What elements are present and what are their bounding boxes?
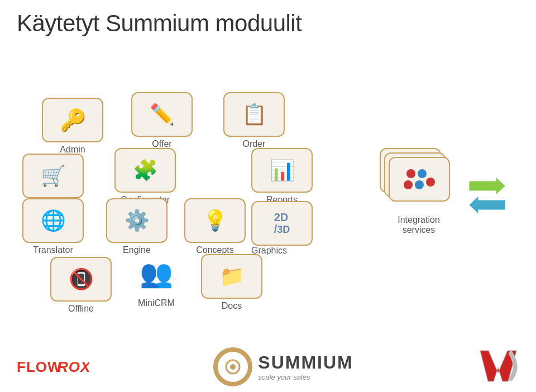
svg-point-2 <box>426 178 435 187</box>
flowrox-logo: FLOW ROX <box>17 356 89 378</box>
module-concepts[interactable]: 💡 Concepts <box>184 198 246 255</box>
w-logo <box>477 348 519 386</box>
svg-marker-6 <box>469 197 505 213</box>
svg-marker-5 <box>469 178 505 194</box>
module-configurator[interactable]: 🧩 Configurator <box>114 148 176 205</box>
stack-card-front <box>389 157 450 202</box>
integration-stacked <box>380 148 452 209</box>
engine-icon: ⚙️ <box>125 209 150 232</box>
arrow-right-icon <box>469 178 505 194</box>
webshop-icon: 🛒 <box>41 164 66 188</box>
summium-brand-text: SUMMIUM <box>258 352 353 373</box>
reports-icon: 📊 <box>270 159 295 182</box>
integration-label: Integrationservices <box>380 215 458 235</box>
translator-label: Translator <box>33 245 73 255</box>
summium-tagline-text: scale your sales <box>258 373 353 381</box>
module-reports[interactable]: 📊 Reports <box>251 148 313 205</box>
module-engine[interactable]: ⚙️ Engine <box>106 198 168 255</box>
svg-text:ROX: ROX <box>58 358 89 375</box>
arrow-left-icon <box>469 197 505 213</box>
svg-point-3 <box>415 180 424 189</box>
offline-label: Offline <box>68 304 94 314</box>
module-order[interactable]: 📋 Order <box>223 92 285 149</box>
module-minicrm[interactable]: 👥 MiniCRM <box>126 251 187 308</box>
module-admin[interactable]: 🔑 Admin <box>42 98 103 155</box>
minicrm-label: MiniCRM <box>138 298 175 308</box>
logos-area: FLOW ROX SUMMIUM scale your sales <box>0 347 536 386</box>
flowrox-svg: FLOW ROX <box>17 356 89 376</box>
svg-point-4 <box>404 180 413 189</box>
module-graphics[interactable]: 2D /3D Graphics <box>251 201 313 256</box>
summium-circle-icon <box>222 356 244 378</box>
configurator-icon: 🧩 <box>133 159 158 182</box>
summium-text-area: SUMMIUM scale your sales <box>258 352 353 381</box>
svg-text:FLOW: FLOW <box>17 358 62 375</box>
w-logo-svg <box>477 348 519 384</box>
module-offline[interactable]: 📵 Offline <box>50 257 112 314</box>
module-docs[interactable]: 📁 Docs <box>201 254 262 311</box>
summium-logo: SUMMIUM scale your sales <box>213 347 353 386</box>
translator-icon: 🌐 <box>41 209 66 232</box>
graphics-icon: 2D /3D <box>274 212 290 235</box>
summium-circle <box>213 347 252 386</box>
minicrm-icon: 👥 <box>140 258 173 289</box>
docs-icon: 📁 <box>219 265 245 288</box>
integration-icon <box>400 165 439 193</box>
offline-icon: 📵 <box>69 267 94 291</box>
page-title: Käytetyt Summium moduulit <box>0 0 536 37</box>
module-offer[interactable]: ✏️ Offer <box>131 92 193 149</box>
svg-point-10 <box>230 364 236 370</box>
docs-label: Docs <box>222 301 242 311</box>
order-icon: 📋 <box>242 103 267 126</box>
svg-point-1 <box>418 169 427 178</box>
modules-area: 🔑 Admin 🛒 Web-shop ✏️ Offer 🧩 Configurat… <box>11 45 525 324</box>
concepts-icon: 💡 <box>203 209 228 232</box>
module-translator[interactable]: 🌐 Translator <box>22 198 84 255</box>
svg-point-0 <box>406 169 415 178</box>
offer-icon: ✏️ <box>150 103 175 126</box>
admin-icon: 🔑 <box>60 108 86 132</box>
